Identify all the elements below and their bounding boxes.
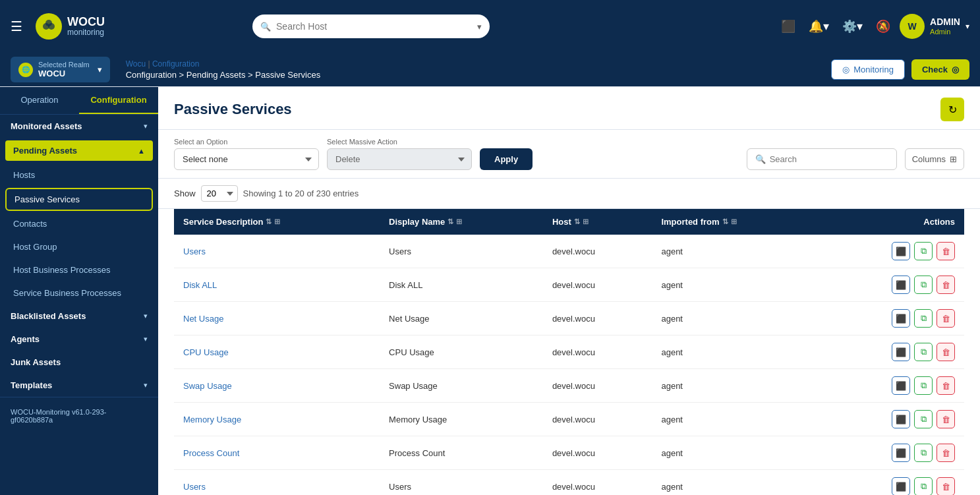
imported-from-cell: agent — [652, 470, 819, 496]
view-button[interactable]: ⬛ — [892, 276, 910, 294]
col-filter-icon[interactable]: ⊞ — [274, 218, 280, 226]
section-templates[interactable]: Templates ▾ — [0, 374, 158, 397]
imported-from-cell: agent — [652, 436, 819, 470]
check-button[interactable]: Check ◎ — [911, 59, 969, 80]
col-host-filter-icon[interactable]: ⊞ — [583, 218, 589, 226]
apply-button[interactable]: Apply — [480, 148, 533, 170]
tab-operation[interactable]: Operation — [0, 87, 79, 114]
user-menu[interactable]: W ADMIN Admin ▾ — [900, 14, 969, 39]
section-pending-assets[interactable]: Pending Assets ▲ — [5, 140, 153, 161]
sidebar-item-host-business-processes[interactable]: Host Business Processes — [0, 258, 158, 281]
table-row: Disk ALL Disk ALL devel.wocu agent ⬛ ⧉ 🗑 — [174, 268, 964, 302]
view-button[interactable]: ⬛ — [892, 376, 910, 395]
monitoring-button[interactable]: ◎ Monitoring — [831, 59, 905, 80]
section-agents[interactable]: Agents ▾ — [0, 328, 158, 351]
view-button[interactable]: ⬛ — [892, 242, 910, 260]
sort-host-icon[interactable]: ⇅ — [574, 218, 580, 226]
sidebar-item-hosts[interactable]: Hosts — [0, 163, 158, 187]
menu-icon[interactable]: ☰ — [11, 18, 22, 34]
service-description-link[interactable]: CPU Usage — [183, 347, 229, 357]
breadcrumb-wocu[interactable]: Wocu — [126, 59, 146, 69]
massive-action-dropdown[interactable]: Delete — [327, 148, 472, 170]
col-imported-filter-icon[interactable]: ⊞ — [731, 218, 737, 226]
service-description-link[interactable]: Process Count — [183, 448, 239, 458]
delete-button[interactable]: 🗑 — [937, 410, 955, 428]
table-row: Memory Usage Memory Usage devel.wocu age… — [174, 403, 964, 436]
copy-button[interactable]: ⧉ — [914, 376, 933, 395]
view-button[interactable]: ⬛ — [892, 309, 910, 328]
columns-button[interactable]: Columns ⊞ — [905, 148, 964, 170]
service-description-link[interactable]: Swap Usage — [183, 381, 232, 391]
breadcrumb-area: Wocu | Configuration Configuration > Pen… — [110, 59, 832, 80]
section-junk-assets[interactable]: Junk Assets — [0, 351, 158, 374]
service-description-link[interactable]: Disk ALL — [183, 280, 217, 290]
user-name: ADMIN — [930, 16, 960, 28]
sidebar-item-host-group[interactable]: Host Group — [0, 235, 158, 258]
delete-button[interactable]: 🗑 — [937, 477, 955, 495]
host-cell: devel.wocu — [543, 470, 652, 496]
bell-slash-icon[interactable]: 🔕 — [872, 15, 894, 38]
view-button[interactable]: ⬛ — [892, 410, 910, 428]
imported-from-cell: agent — [652, 403, 819, 436]
display-name-cell: Memory Usage — [380, 403, 543, 436]
delete-button[interactable]: 🗑 — [937, 444, 955, 462]
realm-selector[interactable]: 🌐 Selected Realm WOCU ▾ — [11, 57, 110, 82]
host-cell: devel.wocu — [543, 369, 652, 403]
section-blacklisted-assets[interactable]: Blacklisted Assets ▾ — [0, 305, 158, 328]
section-monitored-assets[interactable]: Monitored Assets ▾ — [0, 115, 158, 138]
breadcrumb-path: Configuration > Pending Assets > Passive… — [126, 70, 321, 80]
page-title: Passive Services — [174, 101, 292, 118]
tab-configuration[interactable]: Configuration — [79, 87, 158, 114]
delete-button[interactable]: 🗑 — [937, 343, 955, 361]
delete-button[interactable]: 🗑 — [937, 309, 955, 328]
sidebar-item-passive-services[interactable]: Passive Services — [5, 188, 153, 211]
view-button[interactable]: ⬛ — [892, 343, 910, 361]
delete-button[interactable]: 🗑 — [937, 276, 955, 294]
sort-service-icon[interactable]: ⇅ — [266, 218, 272, 226]
host-cell: devel.wocu — [543, 335, 652, 369]
service-description-link[interactable]: Net Usage — [183, 314, 223, 324]
passive-services-table: Service Description ⇅ ⊞ Display Name ⇅ ⊞… — [174, 209, 964, 495]
delete-button[interactable]: 🗑 — [937, 376, 955, 395]
show-select[interactable]: 10 20 50 100 — [201, 185, 238, 202]
copy-button[interactable]: ⧉ — [914, 410, 933, 428]
imported-from-cell: agent — [652, 235, 819, 268]
select-option-dropdown[interactable]: Select none Select all — [174, 148, 319, 170]
sidebar-item-contacts[interactable]: Contacts — [0, 212, 158, 235]
col-service-description: Service Description ⇅ ⊞ — [174, 209, 380, 235]
sort-display-icon[interactable]: ⇅ — [447, 218, 453, 226]
table-row: Process Count Process Count devel.wocu a… — [174, 436, 964, 470]
sort-imported-icon[interactable]: ⇅ — [722, 218, 728, 226]
host-cell: devel.wocu — [543, 436, 652, 470]
notifications-icon[interactable]: 🔔▾ — [805, 15, 833, 38]
copy-button[interactable]: ⧉ — [914, 444, 933, 462]
service-description-link[interactable]: Memory Usage — [183, 415, 241, 424]
header-actions: ◎ Monitoring Check ◎ — [831, 59, 969, 80]
section-junk-assets-label: Junk Assets — [11, 357, 61, 367]
copy-button[interactable]: ⧉ — [914, 276, 933, 294]
service-description-link[interactable]: Users — [183, 482, 206, 492]
breadcrumb: Wocu | Configuration — [126, 59, 321, 69]
view-button[interactable]: ⬛ — [892, 444, 910, 462]
copy-button[interactable]: ⧉ — [914, 343, 933, 361]
sidebar-item-service-business-processes[interactable]: Service Business Processes — [0, 281, 158, 305]
view-button[interactable]: ⬛ — [892, 477, 910, 495]
copy-button[interactable]: ⧉ — [914, 309, 933, 328]
user-avatar: W — [900, 14, 925, 39]
delete-button[interactable]: 🗑 — [937, 242, 955, 260]
copy-button[interactable]: ⧉ — [914, 477, 933, 495]
col-display-filter-icon[interactable]: ⊞ — [456, 218, 462, 226]
service-description-link[interactable]: Users — [183, 247, 206, 256]
copy-button[interactable]: ⧉ — [914, 242, 933, 260]
search-box-icon: 🔍 — [755, 154, 766, 164]
search-caret-icon[interactable]: ▾ — [477, 22, 482, 32]
refresh-button[interactable]: ↻ — [940, 98, 964, 121]
breadcrumb-configuration[interactable]: Configuration — [152, 59, 199, 69]
search-input[interactable] — [770, 154, 888, 164]
table-wrapper: Service Description ⇅ ⊞ Display Name ⇅ ⊞… — [158, 209, 980, 495]
search-host-input[interactable] — [252, 15, 490, 38]
monitored-assets-caret-icon: ▾ — [144, 122, 148, 131]
settings-icon[interactable]: ⚙️▾ — [838, 15, 867, 38]
main-content: Passive Services ↻ Select an Option Sele… — [158, 87, 980, 495]
dashboard-icon[interactable]: ⬛ — [777, 15, 799, 38]
